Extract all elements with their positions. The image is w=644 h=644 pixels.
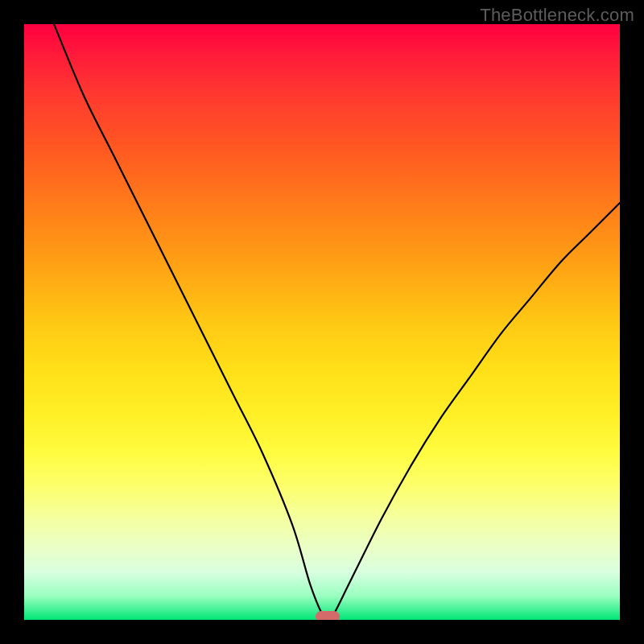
watermark-text: TheBottleneck.com (480, 5, 634, 26)
chart-frame: TheBottleneck.com (0, 0, 644, 644)
optimal-marker (316, 611, 340, 620)
plot-area (24, 24, 620, 620)
bottleneck-curve (24, 24, 620, 620)
